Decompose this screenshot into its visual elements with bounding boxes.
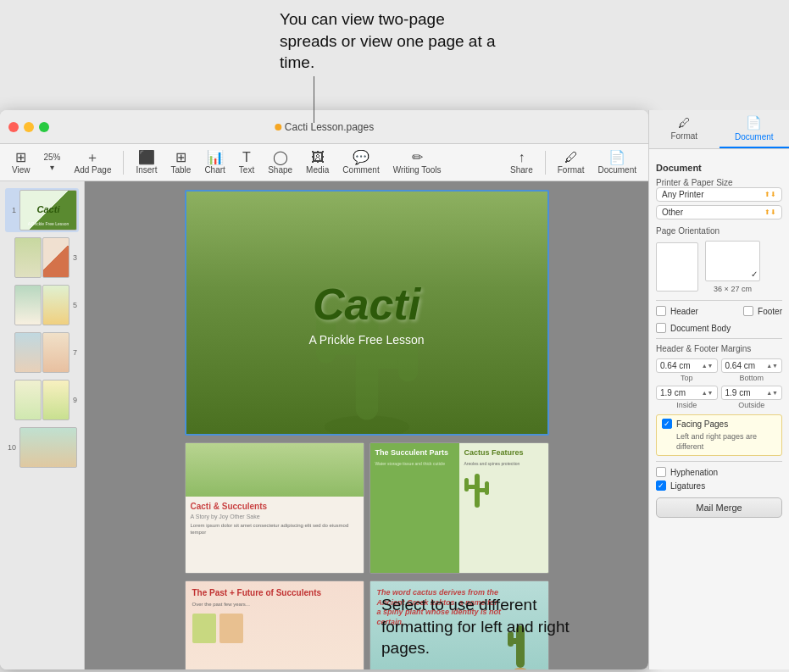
share-label: Share [510, 165, 533, 175]
text-button[interactable]: T Text [234, 149, 259, 176]
footer-label: Footer [758, 307, 782, 316]
slide-thumb-4[interactable]: 7 [5, 330, 79, 375]
any-printer-value: Any Printer [662, 190, 703, 199]
slide-thumb-6[interactable]: 10 [5, 425, 79, 469]
inspector-body: Document Printer & Paper Size Any Printe… [649, 149, 789, 669]
shape-icon: ◯ [273, 151, 288, 164]
outside-margin-stepper[interactable]: ▲▼ [766, 390, 778, 396]
chart-icon: 📊 [207, 151, 224, 164]
facing-pages-checkbox[interactable]: ✓ [662, 419, 672, 429]
cover-title: Cacti [313, 279, 420, 330]
slide-thumb-5[interactable]: 9 [5, 378, 79, 422]
grid-slide-5[interactable]: The Past + Future of Succulents Over the… [185, 580, 364, 669]
insert-button[interactable]: ⬛ Insert [131, 149, 162, 176]
window-title-area: Cacti Lesson.pages [275, 121, 374, 133]
orientation-options: 36 × 27 cm [656, 241, 782, 293]
footer-checkbox[interactable] [743, 306, 753, 316]
table-icon: ⊞ [175, 151, 186, 164]
facing-pages-label: Facing Pages [676, 419, 728, 429]
any-printer-select[interactable]: Any Printer ⬆⬇ [656, 187, 782, 202]
slide-thumb-1[interactable]: 1 Cacti A Prickle Free Lesson [5, 188, 79, 232]
header-footer-margins-label: Header & Footer Margins [656, 344, 782, 353]
document-button[interactable]: 📄 Document [592, 149, 642, 176]
view-button[interactable]: ⊞ View [7, 149, 36, 176]
header-checkbox[interactable] [656, 306, 666, 316]
chart-button[interactable]: 📊 Chart [199, 149, 230, 176]
title-dot-icon [275, 124, 281, 131]
inside-margin-input[interactable]: 1.9 cm ▲▼ [656, 386, 718, 400]
facing-pages-section: ✓ Facing Pages Left and right pages are … [656, 414, 782, 456]
zoom-button[interactable]: 25% ▾ [39, 151, 66, 174]
portrait-option[interactable] [656, 242, 698, 292]
minimize-button[interactable] [24, 122, 34, 132]
document-tab-label2: Document [735, 132, 774, 142]
slide-thumbnail-4a [14, 332, 42, 373]
cover-bg: Cacti A Prickle Free Lesson [186, 192, 547, 434]
toolbar-separator-2 [545, 151, 546, 175]
format-icon: 🖊 [564, 151, 578, 164]
table-button[interactable]: ⊞ Table [165, 149, 196, 176]
writing-tools-button[interactable]: ✏ Writing Tools [388, 149, 447, 176]
orientation-label: Page Orientation [656, 226, 782, 236]
top-margin-input[interactable]: 0.64 cm ▲▼ [656, 358, 718, 373]
hyphenation-label: Hyphenation [670, 468, 718, 477]
shape-button[interactable]: ◯ Shape [263, 149, 297, 176]
inspector-panel: 🖊 Format 📄 Document Document Printer & P… [648, 110, 789, 669]
mail-merge-button[interactable]: Mail Merge [656, 497, 782, 518]
top-margin-value: 0.64 cm [660, 361, 691, 370]
share-button[interactable]: ↑ Share [505, 149, 538, 176]
hyphenation-row: Hyphenation [656, 467, 782, 477]
fullscreen-button[interactable] [39, 122, 49, 132]
view-icon: ⊞ [15, 151, 26, 164]
bottom-margin-stepper[interactable]: ▲▼ [766, 363, 778, 369]
hyphenation-checkbox[interactable] [656, 467, 666, 477]
landscape-option[interactable]: 36 × 27 cm [705, 241, 760, 293]
text-label: Text [239, 165, 254, 175]
any-printer-arrow: ⬆⬇ [764, 191, 776, 198]
ligatures-checkbox[interactable]: ✓ [656, 480, 666, 491]
tab-document[interactable]: 📄 Document [720, 110, 790, 148]
other-select[interactable]: Other ⬆⬇ [656, 205, 782, 219]
grid-slide-4[interactable]: The Succulent Parts Water storage tissue… [369, 442, 549, 574]
window-title: Cacti Lesson.pages [285, 121, 374, 133]
document-icon: 📄 [608, 151, 625, 164]
traffic-lights [8, 122, 49, 132]
header-footer-row: Header Footer [656, 306, 782, 319]
comment-button[interactable]: 💬 Comment [337, 149, 384, 176]
document-tab-icon: 📄 [746, 115, 762, 131]
document-body-label: Document Body [670, 324, 731, 333]
callout-bottom-text: Select to use different formatting for l… [381, 596, 570, 657]
footer-checkbox-row: Footer [743, 306, 782, 316]
top-margin-stepper[interactable]: ▲▼ [702, 363, 714, 369]
inside-margin-field: 1.9 cm ▲▼ Inside [656, 386, 718, 409]
media-label: Media [306, 165, 329, 175]
divider-3 [656, 461, 782, 462]
portrait-box[interactable] [656, 242, 698, 292]
bottom-margin-input[interactable]: 0.64 cm ▲▼ [721, 358, 783, 373]
cover-subtitle: A Prickle Free Lesson [308, 333, 424, 347]
text-icon: T [242, 151, 251, 164]
ligatures-row: ✓ Ligatures [656, 480, 782, 491]
inside-margin-value: 1.9 cm [660, 388, 686, 397]
close-button[interactable] [8, 122, 19, 132]
document-body-checkbox[interactable] [656, 323, 666, 333]
top-margin-label: Top [681, 374, 693, 382]
format-tab-icon: 🖊 [678, 115, 691, 130]
inside-margin-stepper[interactable]: ▲▼ [702, 390, 714, 396]
outside-margin-input[interactable]: 1.9 cm ▲▼ [721, 386, 783, 400]
tab-format[interactable]: 🖊 Format [649, 110, 720, 148]
slide-thumbnail-5a [14, 380, 42, 420]
add-page-button[interactable]: ＋ Add Page [69, 149, 117, 176]
callout-line-top [314, 76, 314, 123]
landscape-box[interactable] [705, 241, 760, 281]
printer-paper-size-label: Printer & Paper Size [656, 178, 782, 187]
slide-thumb-3[interactable]: 5 [5, 283, 79, 327]
media-button[interactable]: 🖼 Media [301, 149, 334, 176]
margins-section: 0.64 cm ▲▼ Top 0.64 cm ▲▼ Bottom 1.9 c [656, 358, 782, 409]
format-button[interactable]: 🖊 Format [553, 149, 590, 176]
grid-slide-3[interactable]: 🌵🌵🌵 Cacti & Succulents A Story by Joy Ot… [185, 442, 364, 574]
mini-cactus-svg [464, 469, 490, 512]
cover-slide[interactable]: Cacti A Prickle Free Lesson [185, 190, 549, 436]
slide-thumb-2[interactable]: 3 [5, 236, 79, 280]
slide-thumbnail-6 [19, 427, 77, 468]
